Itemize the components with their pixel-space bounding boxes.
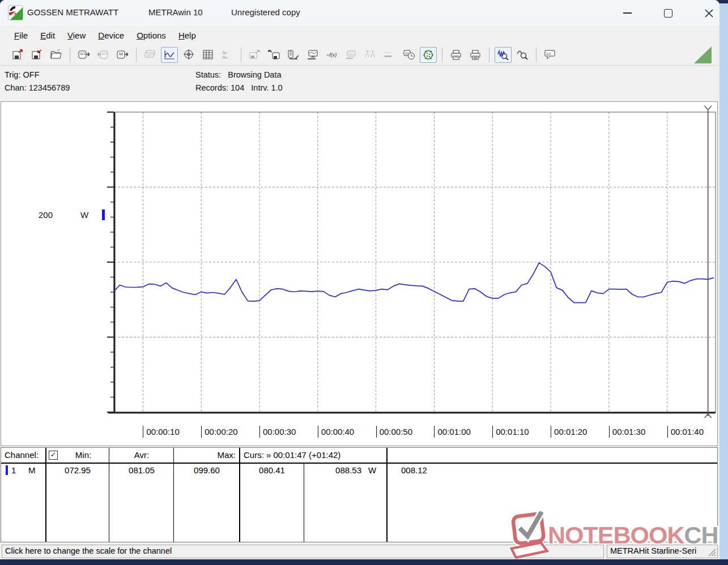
cursor-top-marker[interactable] [705,106,712,110]
y-axis-max-label: 200 [32,210,53,220]
toolbar-separator [489,48,489,62]
title-app-name: METRAwin 10 [148,7,203,17]
chart-panel[interactable]: 200 W 0 W HH:MM:SS 00:00:1000:00:2000:00… [1,101,718,446]
statusbar-hint[interactable]: Click here to change the scale for the c… [2,545,604,558]
x-tick-label: 00:01:30 [609,426,645,438]
title-app-vendor: GOSSEN METRAWATT [27,7,118,17]
value-cursor2: 088.53 [305,465,361,475]
monitor-config-icon[interactable] [304,47,321,63]
plot-frame [114,112,716,412]
load-file-icon[interactable] [9,47,26,63]
menu-item-edit[interactable]: Edit [34,28,61,42]
resize-grip[interactable] [707,547,716,557]
x-tick-label: 00:00:50 [376,426,412,438]
table-divider [109,448,109,542]
annotation-icon[interactable]: 1/2 [542,47,559,63]
minimize-icon [623,12,632,14]
stats-table: Channel: ✓ Min: Avr: Max: Curs: » 00:01:… [1,447,718,542]
close-button[interactable] [696,5,720,22]
x-tick-label: 00:01:10 [492,426,529,438]
print-preview-icon[interactable] [448,47,465,63]
device-write-icon: 321 [95,47,112,63]
menu-item-file[interactable]: File [8,28,34,42]
xy-view-icon[interactable] [180,47,197,63]
x-tick-label: 00:00:30 [259,426,296,438]
save-file-icon[interactable] [28,47,45,63]
header-avr[interactable]: Avr: [110,450,173,460]
channel-color-marker-top[interactable] [102,209,105,220]
table-header-divider [1,463,717,464]
table-divider [386,448,388,542]
table-view-icon[interactable] [199,47,216,63]
trigger-status: Trig: OFF [5,70,39,79]
menu-item-help[interactable]: Help [172,28,202,42]
svg-text:=f(x): =f(x) [326,52,337,58]
toolbar-separator [241,48,241,62]
close-icon [705,9,713,18]
device-config-icon[interactable] [285,47,302,63]
channel-list: Chan: 123456789 [5,83,70,92]
table-divider [173,448,174,542]
device-save-icon[interactable] [266,47,283,63]
export-icon [246,47,263,63]
y-axis-unit-top: W [80,210,88,220]
print-icon[interactable] [467,47,484,63]
svg-text:1/2: 1/2 [546,52,551,55]
metrawin-window: GOSSEN METRAWATT METRAwin 10 Unregistere… [0,0,720,559]
maximize-button[interactable] [655,5,681,22]
value-avr: 081.05 [110,465,173,475]
line-chart-view-icon[interactable] [161,47,178,63]
desktop-background-strip [720,3,728,559]
toolbar-separator [442,48,442,62]
header-min[interactable]: Min: [58,450,109,460]
menu-item-device[interactable]: Device [92,28,130,42]
browse-status: Status: Browsing Data [195,70,282,79]
svg-text:1257: 1257 [146,53,152,57]
x-tick-label: 00:01:00 [434,426,470,438]
value-min: 072.95 [46,465,109,475]
time-clock-icon[interactable]: 12 [401,47,418,63]
menu-item-options[interactable]: Options [130,28,172,42]
plot-area[interactable] [1,101,719,446]
value-delta: 008.12 [401,465,427,475]
x-tick-label: 00:01:40 [667,426,704,438]
toolbar: 321321M1257=f(x)321121/2 [0,44,720,66]
device-read-icon[interactable]: 321 [75,47,92,63]
value-cursor2-unit: W [368,465,376,475]
title-license-note: Unregistered copy [231,7,300,17]
histogram-view-icon [219,47,236,63]
records-interval: Records: 104 Intrv. 1.0 [195,83,283,92]
wave-small-icon [381,47,398,63]
menu-item-view[interactable]: View [61,28,92,42]
zoom-wave-icon[interactable] [495,47,512,63]
toolbar-separator [70,48,70,62]
debug-bug-icon[interactable] [420,47,437,63]
header-channel: Channel: [5,450,39,460]
menu-bar: FileEditViewDeviceOptionsHelp [0,26,720,44]
svg-text:M: M [119,52,123,57]
header-cursor[interactable]: Curs: » 00:01:47 (+01:42) [244,450,340,460]
value-cursor1: 080.41 [240,465,304,475]
maximize-icon [664,9,672,18]
titlebar: GOSSEN METRAWATT METRAwin 10 Unregistere… [0,0,720,26]
table-divider [304,464,304,542]
minimize-button[interactable] [614,5,640,22]
numeric-display-icon: 1257 [142,47,159,63]
open-folder-icon[interactable] [48,47,65,63]
channel-mode: M [28,465,36,475]
formula-icon[interactable]: =f(x) [323,47,340,63]
statusbar-device: METRAHit Starline-Seri [607,545,718,558]
channel-number[interactable]: 1 [11,465,16,475]
display-config-icon: 321 [343,47,360,63]
toolbar-separator [136,48,137,62]
svg-text:321: 321 [80,52,86,55]
app-logo-icon [8,5,23,20]
channel-visible-checkbox[interactable]: ✓ [49,451,58,460]
device-memory-icon[interactable]: M [114,47,131,63]
header-max[interactable]: Max: [174,450,236,460]
x-tick-label: 00:01:20 [551,426,587,438]
svg-text:321: 321 [348,52,355,55]
status-strip: Trig: OFF Chan: 123456789 Status: Browsi… [0,66,720,101]
table-divider [45,448,46,542]
zoom-reset-icon[interactable] [514,47,531,63]
